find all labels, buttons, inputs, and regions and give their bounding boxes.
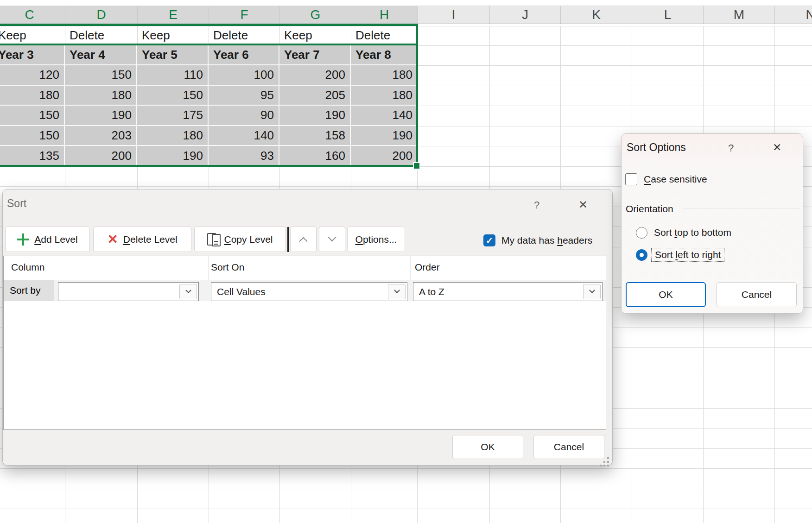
sort-left-to-right-option[interactable]: Sort left to right [636, 246, 724, 263]
headers-checkbox-label: My data has headers [501, 235, 592, 246]
orientation-label: Orientation [626, 203, 673, 214]
grid-cell[interactable]: 190 [279, 106, 351, 126]
dropdown-chevron-icon[interactable] [388, 284, 406, 299]
grid-cell[interactable]: 180 [65, 86, 137, 106]
grid-cell[interactable]: Year 6 [209, 45, 279, 66]
delete-x-icon: ✕ [107, 233, 118, 246]
resize-grip[interactable] [600, 457, 602, 459]
grid-cell[interactable]: 200 [65, 146, 137, 166]
add-level-label: Add Level [34, 234, 77, 245]
copy-level-button[interactable]: Copy Level [194, 227, 286, 252]
move-up-button[interactable] [290, 227, 317, 252]
grid-cell[interactable]: 100 [209, 65, 279, 86]
toolbar-divider [287, 227, 289, 252]
column-header-D[interactable]: D [65, 6, 137, 24]
grid-cell[interactable]: 160 [279, 146, 351, 166]
grid-cell[interactable]: 150 [65, 65, 137, 86]
column-header-M[interactable]: M [703, 6, 774, 24]
case-sensitive-label: Case sensitive [644, 174, 707, 185]
grid-cell[interactable]: Year 3 [0, 45, 65, 66]
grid-cell[interactable]: Year 7 [279, 45, 351, 66]
grid-cell[interactable]: 205 [279, 86, 351, 106]
sort-dialog-title: Sort [7, 197, 26, 210]
column-header-G[interactable]: G [279, 6, 351, 24]
fill-handle[interactable] [413, 162, 420, 170]
grid-cell[interactable]: 93 [209, 146, 279, 166]
grid-cell[interactable]: 110 [137, 65, 209, 86]
order-dropdown[interactable]: A to Z [413, 282, 603, 301]
grid-cell[interactable]: 150 [0, 106, 65, 126]
grid-cell[interactable]: Delete [351, 26, 417, 45]
grid-cell[interactable]: Year 4 [65, 45, 137, 66]
grid-cell[interactable]: 190 [351, 126, 417, 146]
column-header-K[interactable]: K [560, 6, 632, 24]
grid-cell[interactable]: 180 [351, 65, 417, 86]
radio-unselected-icon[interactable] [636, 227, 647, 239]
grid-cell[interactable]: Delete [65, 26, 137, 45]
gridline [0, 489, 812, 489]
grid-cell[interactable]: 140 [209, 126, 279, 146]
grid-cell[interactable]: 140 [351, 106, 417, 126]
sort-dialog: Sort ? ✕ Add Level ✕ Delete Level Copy L… [2, 189, 613, 466]
column-header-L[interactable]: L [632, 6, 703, 24]
sort-options-dialog: Sort Options ? ✕ Case sensitive Orientat… [621, 133, 803, 314]
ok-button[interactable]: OK [626, 282, 706, 307]
delete-level-button[interactable]: ✕ Delete Level [93, 227, 191, 252]
case-sensitive-checkbox[interactable] [625, 173, 637, 185]
grid-cell[interactable]: Delete [209, 26, 279, 45]
cancel-button[interactable]: Cancel [533, 435, 604, 459]
column-dropdown[interactable] [58, 282, 199, 301]
excel-window: KeepDeleteKeepDeleteKeepDeleteYear 3Year… [0, 0, 812, 523]
grid-cell[interactable]: 135 [0, 146, 65, 166]
grid-cell[interactable]: 200 [351, 146, 417, 166]
close-icon[interactable]: ✕ [578, 198, 588, 211]
column-header-F[interactable]: F [209, 6, 279, 24]
grid-cell[interactable]: 190 [65, 106, 137, 126]
move-down-button[interactable] [319, 227, 345, 252]
sort-on-dropdown[interactable]: Cell Values [211, 282, 407, 301]
grid-cell[interactable]: 150 [137, 86, 209, 106]
close-icon[interactable]: ✕ [773, 141, 781, 154]
dropdown-chevron-icon[interactable] [583, 284, 601, 299]
grid-cell[interactable]: 180 [137, 126, 209, 146]
grid-cell[interactable]: 200 [279, 65, 351, 86]
copy-level-label: Copy Level [224, 234, 273, 245]
dropdown-chevron-icon[interactable] [179, 284, 197, 299]
grid-cell[interactable]: 180 [351, 86, 417, 106]
grid-cell[interactable]: Keep [0, 26, 65, 45]
grid-cell[interactable]: Year 8 [351, 45, 417, 66]
grid-cell[interactable]: 150 [0, 126, 65, 146]
grid-cell[interactable]: Keep [137, 26, 209, 45]
orientation-group-line [683, 208, 800, 208]
column-header-H[interactable]: H [351, 6, 417, 24]
headers-checkbox[interactable]: ✓ [483, 234, 495, 246]
grid-cell[interactable]: 190 [137, 146, 209, 166]
grid-cell[interactable]: 120 [0, 65, 65, 86]
column-header-C[interactable]: C [0, 6, 65, 24]
column-header-I[interactable]: I [417, 6, 489, 24]
grid-cell[interactable]: 175 [137, 106, 209, 126]
grid-cell[interactable]: Year 5 [137, 45, 209, 66]
grid-cell[interactable]: 90 [209, 106, 279, 126]
grid-cell[interactable]: Keep [279, 26, 351, 45]
column-header-E[interactable]: E [137, 6, 209, 24]
radio-selected-icon[interactable] [636, 249, 647, 261]
sort-top-to-bottom-option[interactable]: Sort top to bottom [636, 225, 731, 240]
options-label: Options... [355, 234, 397, 245]
grid-cell[interactable]: 158 [279, 126, 351, 146]
formula-bar-bottom-strip [0, 0, 812, 6]
ok-button[interactable]: OK [452, 435, 523, 459]
selection-header-divider [0, 44, 416, 45]
column-header-N[interactable]: N [774, 6, 812, 24]
add-level-button[interactable]: Add Level [5, 227, 90, 252]
help-icon[interactable]: ? [534, 199, 539, 211]
cancel-button[interactable]: Cancel [717, 282, 797, 307]
options-button[interactable]: Options... [347, 227, 405, 252]
help-icon[interactable]: ? [728, 142, 734, 154]
case-sensitive-row: Case sensitive [625, 173, 707, 186]
grid-cell[interactable]: 95 [209, 86, 279, 106]
column-header-J[interactable]: J [489, 6, 560, 24]
sort-by-label: Sort by [4, 280, 54, 301]
grid-cell[interactable]: 180 [0, 86, 65, 106]
grid-cell[interactable]: 203 [65, 126, 137, 146]
